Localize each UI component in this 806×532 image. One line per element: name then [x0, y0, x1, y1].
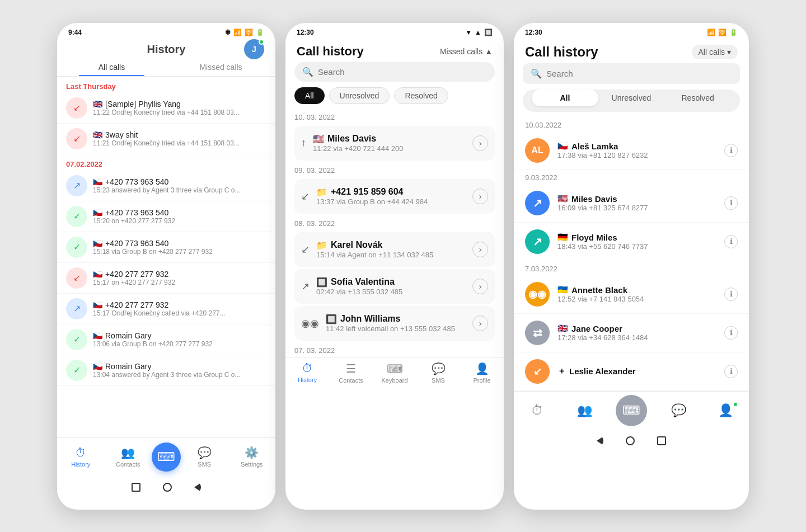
folder-icon: 📁 — [316, 240, 327, 251]
call-name: 🇺🇦 Annette Black — [557, 285, 716, 295]
p3-filter-tab-all[interactable]: All — [532, 90, 598, 106]
info-icon[interactable]: ℹ — [724, 326, 738, 340]
detail-arrow[interactable]: › — [472, 135, 488, 151]
call-item[interactable]: ⇄ 🇬🇧 Jane Cooper 17:28 via +34 628 364 1… — [514, 314, 749, 352]
signal-3-icon: 📶 — [707, 29, 715, 36]
p3-filter-tab-unresolved[interactable]: Unresolved — [598, 90, 665, 106]
filter-tab-resolved[interactable]: Resolved — [394, 87, 448, 104]
time-3: 12:30 — [525, 29, 542, 36]
info-icon[interactable]: ℹ — [724, 288, 738, 301]
android-home-btn-3[interactable] — [626, 436, 635, 445]
call-item[interactable]: ✓ 🇨🇿 Romain Gary 13:06 via Group B on +4… — [57, 324, 275, 355]
detail-arrow[interactable]: › — [472, 316, 488, 331]
call-detail: 12:52 via +7 141 843 5054 — [557, 295, 716, 303]
call-item[interactable]: ↗ 🇺🇸 Miles Davis 16:09 via +81 325 674 8… — [514, 184, 749, 223]
p3-nav-contacts[interactable]: 👥 — [561, 403, 608, 418]
date-label: 08. 03. 2022 — [285, 216, 504, 230]
call-item[interactable]: ◉◉ 🔲 John Williams 11:42 left voicemail … — [294, 306, 495, 341]
call-name: 🇨🇿 +420 277 277 932 — [93, 300, 266, 309]
call-item[interactable]: ↑ 🇺🇸 Miles Davis 11:22 via +420 721 444 … — [294, 126, 495, 161]
nav-sms[interactable]: 💬 SMS — [181, 446, 228, 468]
call-item[interactable]: ↙ 🇬🇧 3way shit 11:21 Ondřej Konečný trie… — [57, 124, 275, 154]
call-item[interactable]: ↙ ＋ Leslie Alexander ℹ — [514, 352, 749, 391]
info-icon[interactable]: ℹ — [724, 196, 738, 210]
detail-arrow[interactable]: › — [472, 279, 488, 294]
call-info: 📁 Karel Novák 15:14 via Agent on +11 134… — [316, 240, 466, 259]
call-item[interactable]: ↗ 🇨🇿 +420 277 277 932 15:17 Ondřej Koneč… — [57, 294, 275, 324]
call-info: 🇺🇦 Annette Black 12:52 via +7 141 843 50… — [557, 285, 716, 303]
section-label-date: 07.02.2022 — [57, 154, 275, 171]
nav-settings[interactable]: ⚙️ Settings — [228, 446, 276, 468]
android-recent-btn-3[interactable] — [657, 436, 666, 445]
flag-icon: 🇺🇸 — [313, 134, 324, 144]
call-info: 🇬🇧 Jane Cooper 17:28 via +34 628 364 148… — [557, 323, 716, 342]
search-input-3[interactable] — [546, 69, 732, 78]
android-back-btn-3[interactable] — [597, 436, 603, 445]
outgoing-icon: ↗ — [301, 280, 310, 293]
call-info: ＋ Leslie Alexander — [557, 366, 716, 376]
call-detail: 15:14 via Agent on +11 134 032 485 — [316, 251, 466, 259]
call-item[interactable]: AL 🇨🇿 Aleš Lamka 17:38 via +81 120 827 6… — [514, 131, 749, 170]
p2-call-list: 10. 03. 2022 ↑ 🇺🇸 Miles Davis 11:22 via … — [285, 110, 504, 357]
dial-fab-3[interactable]: ⌨ — [616, 395, 647, 426]
detail-arrow[interactable]: › — [472, 189, 488, 204]
call-item[interactable]: ✓ 🇨🇿 +420 773 963 540 15:20 on +420 277 … — [57, 201, 275, 232]
nav-sms-2[interactable]: 💬 SMS — [416, 362, 460, 384]
nav-history-2[interactable]: ⏱ History — [285, 362, 329, 383]
filter-tab-all[interactable]: All — [294, 87, 325, 104]
call-info: 🇺🇸 Miles Davis 11:22 via +420 721 444 20… — [313, 134, 466, 153]
p3-nav-profile[interactable]: 👤 — [702, 403, 749, 418]
call-info: 🔲 John Williams 11:42 left voicemail on … — [326, 314, 466, 333]
info-icon[interactable]: ℹ — [724, 235, 738, 248]
phone-3: 12:30 📶 🛜 🔋 Call history All calls ▾ 🔍 A… — [514, 23, 749, 510]
flag-icon: 🇬🇧 — [557, 323, 568, 333]
p3-nav-sms[interactable]: 💬 — [655, 403, 702, 418]
android-back-btn[interactable] — [194, 483, 201, 492]
call-item[interactable]: ↗ 🇨🇿 +420 773 963 540 15:23 answered by … — [57, 171, 275, 201]
search-input[interactable] — [318, 67, 487, 77]
date-label: 09. 03. 2022 — [285, 163, 504, 177]
call-item[interactable]: ◉◉ 🇺🇦 Annette Black 12:52 via +7 141 843… — [514, 275, 749, 314]
call-item[interactable]: ↗ 🔲 Sofia Valentina 02:42 via +13 555 03… — [294, 269, 495, 304]
call-name: 🇨🇿 Romain Gary — [93, 331, 266, 340]
p3-filter-tab-resolved[interactable]: Resolved — [664, 90, 731, 106]
avatar: ↗ — [525, 191, 550, 215]
call-item[interactable]: ✓ 🇨🇿 Romain Gary 13:04 answered by Agent… — [57, 355, 275, 386]
call-detail: 15:20 on +420 277 277 932 — [93, 217, 266, 225]
p3-filter-tabs: All Unresolved Resolved — [523, 90, 740, 112]
android-home-btn[interactable] — [163, 483, 172, 492]
call-item[interactable]: ↙ 📁 +421 915 859 604 13:37 via Group B o… — [294, 179, 495, 214]
nav-keyboard-2[interactable]: ⌨ Keyboard — [373, 362, 416, 384]
p1-avatar[interactable]: J — [244, 39, 264, 59]
call-item[interactable]: ↗ 🇩🇪 Floyd Miles 18:43 via +55 620 746 7… — [514, 223, 749, 261]
info-icon[interactable]: ℹ — [724, 144, 738, 157]
date-label: 9.03.2022 — [514, 170, 749, 184]
date-label: 07. 03. 2022 — [285, 343, 504, 357]
p3-filter-btn[interactable]: All calls ▾ — [692, 45, 738, 59]
tab-all-calls[interactable]: All calls — [57, 58, 166, 76]
tab-missed-calls[interactable]: Missed calls — [166, 58, 275, 76]
call-item[interactable]: ↙ 🇨🇿 +420 277 277 932 15:17 on +420 277 … — [57, 263, 275, 294]
call-item[interactable]: ↙ 🇬🇧 [Sample] Phyllis Yang 11:22 Ondřej … — [57, 93, 275, 124]
call-icon-answered: ✓ — [66, 329, 87, 350]
filter-tab-unresolved[interactable]: Unresolved — [329, 87, 390, 104]
nav-contacts-2[interactable]: ☰ Contacts — [329, 362, 373, 384]
detail-arrow[interactable]: › — [472, 242, 488, 257]
contact-icon: 🔲 — [316, 277, 327, 288]
p2-filter-btn[interactable]: Missed calls ▲ — [440, 47, 493, 56]
dial-fab-button[interactable]: ⌨ — [152, 442, 181, 472]
call-item[interactable]: ✓ 🇨🇿 +420 773 963 540 15:18 via Group B … — [57, 232, 275, 263]
android-recent-btn[interactable] — [132, 483, 140, 492]
bluetooth-icon: ✱ — [225, 29, 231, 36]
info-icon[interactable]: ℹ — [724, 365, 738, 378]
call-info: 🇨🇿 +420 773 963 540 15:23 answered by Ag… — [93, 177, 266, 194]
p3-nav-history[interactable]: ⏱ — [514, 403, 561, 418]
nav-profile-2[interactable]: 👤 Profile — [460, 362, 504, 384]
p3-nav-fab[interactable]: ⌨ — [608, 395, 655, 426]
nav-history[interactable]: ⏱ History — [57, 446, 105, 468]
call-item[interactable]: ↙ 📁 Karel Novák 15:14 via Agent on +11 1… — [294, 232, 495, 267]
flag-icon: 🇨🇿 — [557, 141, 568, 151]
p3-title: Call history — [525, 44, 598, 60]
flag-icon: 🇨🇿 — [93, 239, 102, 248]
nav-contacts[interactable]: 👥 Contacts — [105, 446, 152, 468]
